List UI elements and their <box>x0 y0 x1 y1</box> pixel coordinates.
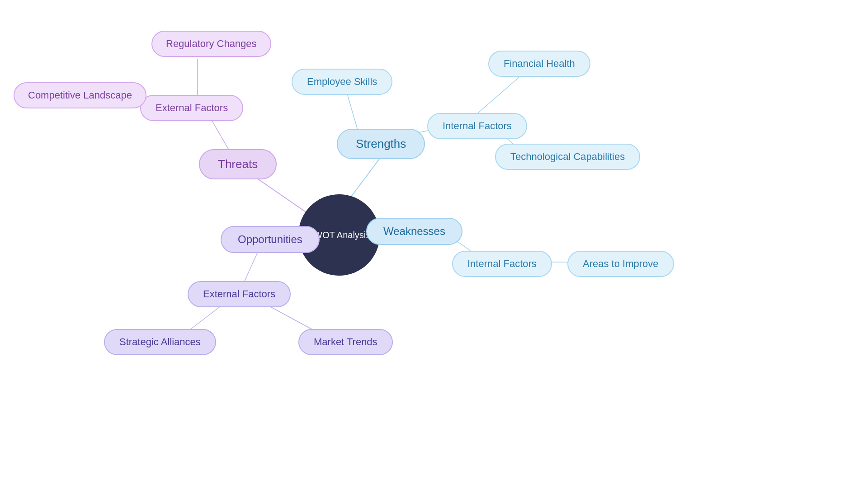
competitive-landscape-label: Competitive Landscape <box>28 89 132 101</box>
ext-factors-threats-node[interactable]: External Factors <box>140 95 243 121</box>
strengths-label: Strengths <box>356 137 406 151</box>
employee-skills-label: Employee Skills <box>307 76 377 88</box>
competitive-landscape-node[interactable]: Competitive Landscape <box>14 82 146 108</box>
financial-health-node[interactable]: Financial Health <box>488 51 590 77</box>
employee-skills-node[interactable]: Employee Skills <box>292 69 392 95</box>
threats-label: Threats <box>218 157 258 171</box>
int-factors-strengths-label: Internal Factors <box>443 120 512 132</box>
financial-health-label: Financial Health <box>504 58 575 70</box>
weaknesses-node[interactable]: Weaknesses <box>366 218 462 245</box>
tech-capabilities-node[interactable]: Technological Capabilities <box>495 144 640 170</box>
regulatory-changes-label: Regulatory Changes <box>166 38 257 50</box>
opportunities-node[interactable]: Opportunities <box>221 226 320 253</box>
regulatory-changes-node[interactable]: Regulatory Changes <box>151 31 271 57</box>
int-factors-strengths-node[interactable]: Internal Factors <box>427 113 527 139</box>
areas-improve-label: Areas to Improve <box>583 258 659 270</box>
areas-improve-node[interactable]: Areas to Improve <box>567 251 674 277</box>
ext-factors-opp-label: External Factors <box>203 288 275 300</box>
svg-line-6 <box>477 75 522 114</box>
ext-factors-opp-node[interactable]: External Factors <box>188 281 291 307</box>
ext-factors-threats-label: External Factors <box>156 102 228 114</box>
threats-node[interactable]: Threats <box>199 149 277 179</box>
tech-capabilities-label: Technological Capabilities <box>510 151 625 163</box>
int-factors-weak-label: Internal Factors <box>467 258 537 270</box>
market-trends-node[interactable]: Market Trends <box>298 329 393 355</box>
int-factors-weak-node[interactable]: Internal Factors <box>452 251 552 277</box>
market-trends-label: Market Trends <box>314 336 377 348</box>
strategic-alliances-node[interactable]: Strategic Alliances <box>104 329 216 355</box>
strategic-alliances-label: Strategic Alliances <box>119 336 201 348</box>
strengths-node[interactable]: Strengths <box>337 129 425 159</box>
opportunities-label: Opportunities <box>238 233 302 246</box>
weaknesses-label: Weaknesses <box>383 225 445 238</box>
